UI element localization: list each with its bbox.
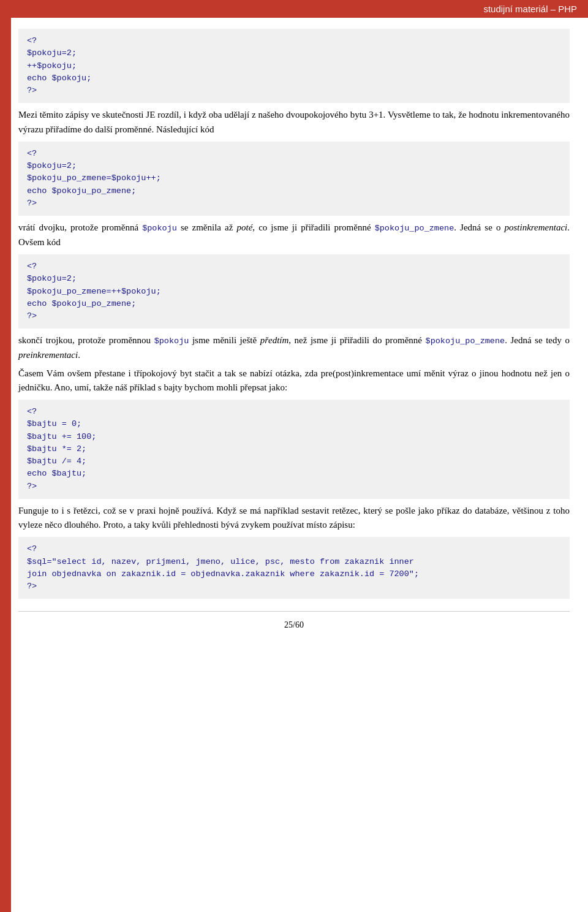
inline-code-pokoju2: $pokoju [154, 336, 189, 346]
main-content: <? $pokoju=2; ++$pokoju; echo $pokoju; ?… [18, 18, 570, 599]
inline-code-pokoju: $pokoju [142, 224, 177, 233]
inline-code-pokoju-po-zmene: $pokoju_po_zmene [375, 224, 454, 233]
prose-3: vrátí dvojku, protože proměnná $pokoju s… [18, 221, 570, 249]
code-block-7: <? $bajtu = 0; $bajtu += 100; $bajtu *= … [18, 400, 570, 499]
code-block-0: <? $pokoju=2; ++$pokoju; echo $pokoju; ?… [18, 29, 570, 103]
page-footer: 25/60 [18, 611, 570, 636]
code-block-4: <? $pokoju=2; $pokoju_po_zmene=++$pokoju… [18, 254, 570, 329]
page-number: 25/60 [284, 620, 304, 629]
header-title: studijní materiál – PHP [483, 4, 577, 14]
prose-1: Mezi těmito zápisy ve skutečnosti JE roz… [18, 108, 570, 137]
inline-code-pokoju-po-zmene2: $pokoju_po_zmene [426, 336, 505, 346]
code-block-9: <? $sql="select id, nazev, prijmeni, jme… [18, 537, 570, 599]
prose-5: skončí trojkou, protože proměnnou $pokoj… [18, 333, 570, 362]
prose-8: Funguje to i s řetězci, což se v praxi h… [18, 504, 570, 533]
red-bar [0, 0, 11, 912]
prose-6: Časem Vám ovšem přestane i třípokojový b… [18, 367, 570, 395]
code-block-2: <? $pokoju=2; $pokoju_po_zmene=$pokoju++… [18, 142, 570, 216]
page-header: studijní materiál – PHP [0, 0, 588, 18]
